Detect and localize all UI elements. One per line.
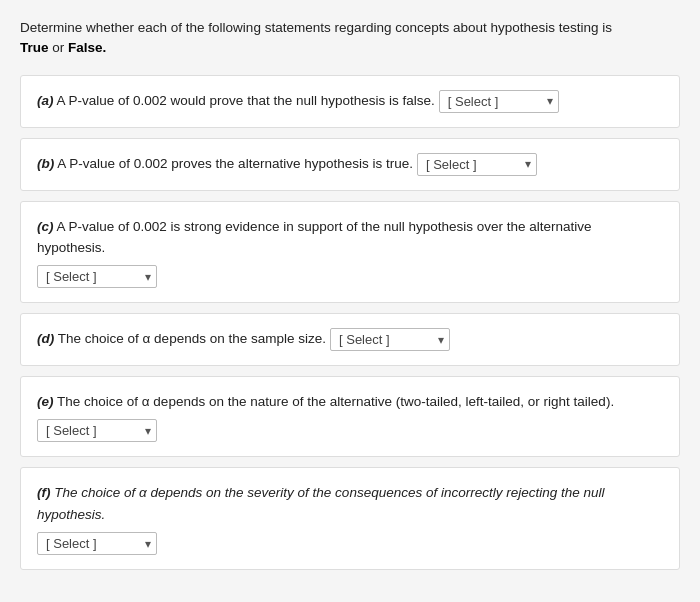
select-container-e[interactable]: [ Select ]TrueFalse: [37, 419, 157, 442]
question-label-a: (a): [37, 93, 54, 108]
question-text-a: (a) A P-value of 0.002 would prove that …: [37, 91, 435, 112]
question-text-e: (e) The choice of α depends on the natur…: [37, 394, 614, 409]
select-container-f[interactable]: [ Select ]TrueFalse: [37, 532, 157, 555]
question-block-a: (a) A P-value of 0.002 would prove that …: [20, 75, 680, 128]
select-below-e: [ Select ]TrueFalse: [37, 419, 663, 442]
select-e[interactable]: [ Select ]TrueFalse: [37, 419, 157, 442]
question-row-e: (e) The choice of α depends on the natur…: [37, 391, 663, 442]
select-f[interactable]: [ Select ]TrueFalse: [37, 532, 157, 555]
question-label-c: (c): [37, 219, 54, 234]
question-row-f: (f) The choice of α depends on the sever…: [37, 482, 663, 555]
header-true: True: [20, 40, 49, 55]
question-label-b: (b): [37, 156, 54, 171]
question-text-f: (f) The choice of α depends on the sever…: [37, 485, 605, 522]
question-label-d: (d): [37, 331, 54, 346]
select-b[interactable]: [ Select ]TrueFalse: [417, 153, 537, 176]
question-row-a: (a) A P-value of 0.002 would prove that …: [37, 90, 663, 113]
question-row-d: (d) The choice of α depends on the sampl…: [37, 328, 663, 351]
questions-container: (a) A P-value of 0.002 would prove that …: [20, 75, 680, 571]
header-instruction: Determine whether each of the following …: [20, 18, 680, 59]
question-label-f: (f): [37, 485, 51, 500]
select-container-a[interactable]: [ Select ]TrueFalse: [439, 90, 559, 113]
header-false: False.: [68, 40, 106, 55]
question-row-b: (b) A P-value of 0.002 proves the altern…: [37, 153, 663, 176]
question-text-b: (b) A P-value of 0.002 proves the altern…: [37, 154, 413, 175]
header-line1: Determine whether each of the following …: [20, 20, 612, 35]
select-below-f: [ Select ]TrueFalse: [37, 532, 663, 555]
question-block-f: (f) The choice of α depends on the sever…: [20, 467, 680, 570]
select-container-c[interactable]: [ Select ]TrueFalse: [37, 265, 157, 288]
select-below-c: [ Select ]TrueFalse: [37, 265, 663, 288]
question-text-d: (d) The choice of α depends on the sampl…: [37, 329, 326, 350]
header-or: or: [49, 40, 69, 55]
question-block-c: (c) A P-value of 0.002 is strong evidenc…: [20, 201, 680, 304]
question-block-e: (e) The choice of α depends on the natur…: [20, 376, 680, 457]
question-block-b: (b) A P-value of 0.002 proves the altern…: [20, 138, 680, 191]
question-text-c: (c) A P-value of 0.002 is strong evidenc…: [37, 219, 592, 256]
select-container-d[interactable]: [ Select ]TrueFalse: [330, 328, 450, 351]
select-c[interactable]: [ Select ]TrueFalse: [37, 265, 157, 288]
select-container-b[interactable]: [ Select ]TrueFalse: [417, 153, 537, 176]
question-label-e: (e): [37, 394, 54, 409]
select-a[interactable]: [ Select ]TrueFalse: [439, 90, 559, 113]
question-row-c: (c) A P-value of 0.002 is strong evidenc…: [37, 216, 663, 289]
question-block-d: (d) The choice of α depends on the sampl…: [20, 313, 680, 366]
select-d[interactable]: [ Select ]TrueFalse: [330, 328, 450, 351]
